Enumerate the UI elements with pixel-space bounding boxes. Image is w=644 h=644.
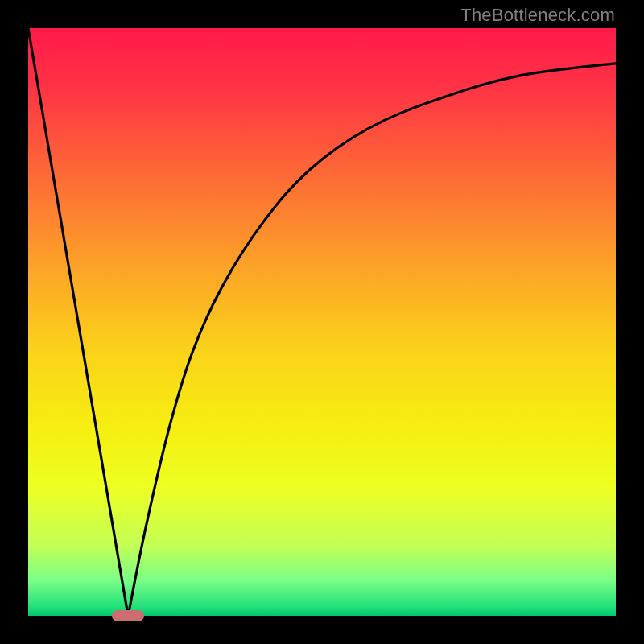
optimal-marker <box>112 610 144 622</box>
bottleneck-curve <box>28 28 616 616</box>
watermark-text: TheBottleneck.com <box>460 5 615 26</box>
chart-frame <box>28 28 616 616</box>
